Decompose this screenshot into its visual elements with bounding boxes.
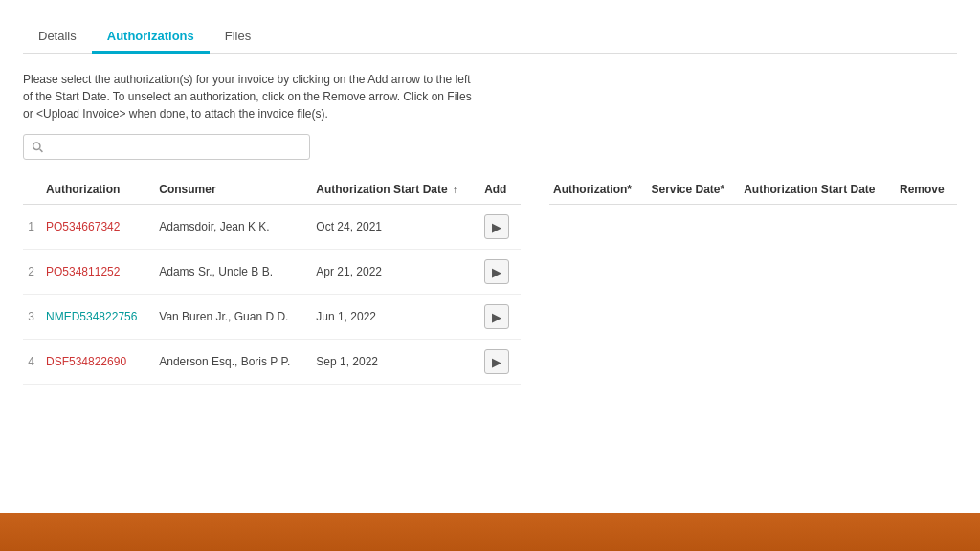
sort-arrow-icon: ↑ <box>453 185 457 195</box>
svg-line-1 <box>40 149 43 152</box>
col-add: Add <box>480 175 521 205</box>
search-container <box>23 134 310 160</box>
add-button[interactable]: ▶ <box>484 259 509 284</box>
col-start-date[interactable]: Authorization Start Date ↑ <box>312 175 480 205</box>
authorization-link[interactable]: PO534811252 <box>46 265 120 278</box>
table-row: 1PO534667342Adamsdoir, Jean K K.Oct 24, … <box>23 205 521 250</box>
add-button[interactable]: ▶ <box>484 304 509 329</box>
svg-point-0 <box>33 143 40 149</box>
authorization-link[interactable]: DSF534822690 <box>46 355 126 368</box>
consumer-cell: Van Buren Jr., Guan D D. <box>155 295 312 340</box>
tab-bar: Details Authorizations Files <box>23 0 957 54</box>
tab-files[interactable]: Files <box>210 19 266 53</box>
tab-details[interactable]: Details <box>23 19 92 53</box>
add-button[interactable]: ▶ <box>484 349 509 374</box>
add-cell: ▶ <box>480 295 521 340</box>
col-auth-start-date-right: Authorization Start Date <box>740 175 896 205</box>
consumer-cell: Adamsdoir, Jean K K. <box>155 205 312 250</box>
authorization-link[interactable]: NMED534822756 <box>46 310 137 323</box>
right-table-header: Authorization* Service Date* Authorizati… <box>549 175 957 205</box>
add-button[interactable]: ▶ <box>484 214 509 239</box>
row-number: 1 <box>23 205 42 250</box>
add-cell: ▶ <box>480 205 521 250</box>
start-date-cell: Apr 21, 2022 <box>312 250 480 295</box>
row-number: 2 <box>23 250 42 295</box>
table-row: 4DSF534822690Anderson Esq., Boris P P.Se… <box>23 340 521 385</box>
instructions-text: Please select the authorization(s) for y… <box>23 71 482 122</box>
bottom-bar <box>0 513 980 551</box>
col-num <box>23 175 42 205</box>
authorization-cell: PO534667342 <box>42 205 155 250</box>
start-date-cell: Sep 1, 2022 <box>312 340 480 385</box>
table-row: 3NMED534822756Van Buren Jr., Guan D D.Ju… <box>23 295 521 340</box>
row-number: 4 <box>23 340 42 385</box>
authorization-link[interactable]: PO534667342 <box>46 220 120 233</box>
col-remove: Remove <box>896 175 957 205</box>
authorization-cell: PO534811252 <box>42 250 155 295</box>
left-table-header: Authorization Consumer Authorization Sta… <box>23 175 521 205</box>
right-table: Authorization* Service Date* Authorizati… <box>521 175 957 385</box>
row-number: 3 <box>23 295 42 340</box>
add-cell: ▶ <box>480 340 521 385</box>
authorization-cell: NMED534822756 <box>42 295 155 340</box>
tables-wrapper: Authorization Consumer Authorization Sta… <box>23 175 957 385</box>
consumer-cell: Adams Sr., Uncle B B. <box>155 250 312 295</box>
col-authorization: Authorization <box>42 175 155 205</box>
consumer-cell: Anderson Esq., Boris P P. <box>155 340 312 385</box>
col-service-date: Service Date* <box>647 175 740 205</box>
col-auth-right: Authorization* <box>549 175 647 205</box>
tab-authorizations[interactable]: Authorizations <box>92 19 210 53</box>
start-date-cell: Jun 1, 2022 <box>312 295 480 340</box>
search-input[interactable] <box>50 140 301 154</box>
search-icon <box>32 141 44 154</box>
add-cell: ▶ <box>480 250 521 295</box>
start-date-cell: Oct 24, 2021 <box>312 205 480 250</box>
left-table: Authorization Consumer Authorization Sta… <box>23 175 521 385</box>
col-consumer: Consumer <box>155 175 312 205</box>
table-row: 2PO534811252Adams Sr., Uncle B B.Apr 21,… <box>23 250 521 295</box>
authorization-cell: DSF534822690 <box>42 340 155 385</box>
